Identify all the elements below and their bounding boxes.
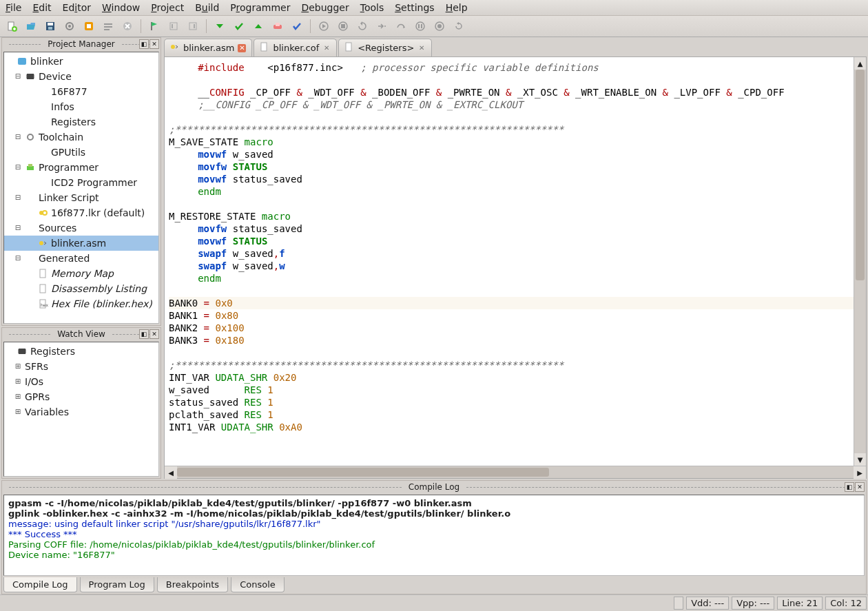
expander-icon[interactable] [26, 178, 34, 187]
close-icon[interactable]: ✕ [322, 44, 331, 52]
expander-icon[interactable] [26, 300, 34, 308]
menu-edit[interactable]: Edit [32, 2, 51, 13]
tab-blinker.asm[interactable]: blinker.asm✕ [164, 39, 252, 56]
new-icon[interactable] [4, 19, 19, 34]
menu-help[interactable]: Help [446, 2, 468, 13]
tree-item[interactable]: Memory Map [4, 266, 158, 281]
expander-icon[interactable]: ⊟ [14, 254, 22, 262]
tree-item[interactable]: ICD2 Programmer [4, 175, 158, 190]
scroll-down-icon[interactable]: ▼ [854, 453, 866, 466]
tree-item[interactable]: ⊞I/Os [4, 374, 158, 389]
expander-icon[interactable] [26, 87, 34, 96]
ok2-icon[interactable] [289, 19, 304, 34]
dbg-record-icon[interactable] [432, 19, 447, 34]
close-icon[interactable]: ✕ [238, 44, 246, 52]
dbg-restart-icon[interactable] [451, 19, 466, 34]
tab-blinker.cof[interactable]: blinker.cof✕ [254, 39, 337, 56]
expander-icon[interactable]: ⊟ [14, 163, 22, 172]
expander-icon[interactable]: ⊞ [14, 408, 22, 416]
expander-icon[interactable]: ⊟ [14, 72, 22, 81]
tree-item[interactable]: hexHex File (blinker.hex) [4, 296, 158, 311]
erase-icon[interactable] [270, 19, 285, 34]
expander-icon[interactable]: ⊟ [14, 133, 22, 141]
detach-icon[interactable]: ◧ [139, 39, 149, 49]
expander-icon[interactable]: ⊟ [14, 194, 22, 202]
vertical-scrollbar[interactable]: ▲ ▼ [854, 57, 866, 466]
menu-tools[interactable]: Tools [360, 2, 384, 13]
tab-program-log[interactable]: Program Log [80, 577, 154, 592]
horizontal-scrollbar[interactable]: ◀ ▶ [165, 466, 866, 478]
tree-item[interactable]: 16F877 [4, 84, 158, 99]
col2-icon[interactable] [185, 19, 200, 34]
tab-registers[interactable]: <Registers>✕ [338, 39, 432, 56]
menu-programmer[interactable]: Programmer [230, 2, 290, 13]
menu-window[interactable]: Window [102, 2, 140, 13]
menu-project[interactable]: Project [151, 2, 184, 13]
expander-icon[interactable] [6, 57, 14, 65]
pikdev-icon[interactable] [81, 19, 96, 34]
expander-icon[interactable] [26, 118, 34, 126]
tree-item[interactable]: ⊞SFRs [4, 359, 158, 374]
tree-item[interactable]: ⊟Toolchain [4, 130, 158, 145]
expander-icon[interactable] [26, 239, 34, 247]
tree-item[interactable]: Infos [4, 99, 158, 114]
detach-icon[interactable]: ◧ [139, 329, 149, 339]
dbg-stop-icon[interactable] [335, 19, 351, 34]
col1-icon[interactable] [166, 19, 181, 34]
up-icon[interactable] [251, 19, 266, 34]
dbg-into-icon[interactable] [374, 19, 389, 34]
tree-item[interactable]: GPUtils [4, 145, 158, 160]
expander-icon[interactable] [26, 209, 34, 217]
tree-item[interactable]: ⊞Variables [4, 404, 158, 420]
scroll-right-icon[interactable]: ▶ [854, 466, 866, 479]
watch-tree[interactable]: Registers⊞SFRs⊞I/Os⊞GPRs⊞Variables [3, 342, 159, 477]
compile-log-body[interactable]: gpasm -c -I/home/nicolas/piklab/piklab_k… [3, 495, 865, 576]
menu-build[interactable]: Build [195, 2, 219, 13]
tree-item[interactable]: ⊟Programmer [4, 160, 158, 175]
menu-file[interactable]: File [6, 2, 21, 13]
close-icon[interactable]: ✕ [149, 329, 159, 339]
project-tree[interactable]: blinker⊟Device16F877InfosRegisters⊟Toolc… [3, 52, 159, 324]
code-editor[interactable]: #include <p16f877.inc> ; processor speci… [165, 57, 866, 466]
tab-breakpoints[interactable]: Breakpoints [157, 577, 228, 592]
expander-icon[interactable]: ⊟ [14, 224, 22, 232]
tree-item[interactable]: ⊟Generated [4, 251, 158, 266]
menu-debugger[interactable]: Debugger [301, 2, 349, 13]
expander-icon[interactable] [26, 284, 34, 293]
down-icon[interactable] [212, 19, 227, 34]
dbg-pause-icon[interactable] [413, 19, 428, 34]
close-icon[interactable]: ✕ [149, 39, 159, 49]
expander-icon[interactable] [26, 269, 34, 278]
tree-item[interactable]: 16f877.lkr (default) [4, 205, 158, 220]
tree-item[interactable]: Disassembly Listing [4, 281, 158, 296]
expander-icon[interactable]: ⊞ [14, 362, 22, 371]
tree-item[interactable]: ⊟Sources [4, 220, 158, 236]
expander-icon[interactable] [26, 103, 34, 111]
tree-item[interactable]: Registers [4, 114, 158, 130]
tool1-icon[interactable] [101, 19, 116, 34]
dbg-step-icon[interactable] [355, 19, 370, 34]
tree-item[interactable]: blinker.asm [4, 236, 158, 251]
expander-icon[interactable]: ⊞ [14, 393, 22, 401]
tree-item[interactable]: Registers [4, 344, 158, 359]
close-icon[interactable]: ✕ [855, 482, 865, 492]
tab-console[interactable]: Console [231, 577, 285, 592]
open-icon[interactable] [23, 19, 39, 34]
tree-item[interactable]: blinker [4, 54, 158, 69]
expander-icon[interactable] [26, 148, 34, 156]
tree-item[interactable]: ⊟Device [4, 69, 158, 84]
expander-icon[interactable]: ⊞ [14, 377, 22, 386]
dbg-over-icon[interactable] [393, 19, 409, 34]
expander-icon[interactable] [6, 347, 14, 355]
save-icon[interactable] [43, 19, 58, 34]
dbg-run-icon[interactable] [316, 19, 331, 34]
check-icon[interactable] [231, 19, 247, 34]
scroll-left-icon[interactable]: ◀ [165, 466, 177, 479]
tree-item[interactable]: ⊟Linker Script [4, 190, 158, 205]
detach-icon[interactable]: ◧ [845, 482, 854, 492]
tab-compile-log[interactable]: Compile Log [3, 577, 77, 592]
cancel-icon[interactable] [120, 19, 135, 34]
scroll-up-icon[interactable]: ▲ [854, 57, 866, 70]
menu-editor[interactable]: Editor [63, 2, 91, 13]
settings-icon[interactable] [62, 19, 77, 34]
